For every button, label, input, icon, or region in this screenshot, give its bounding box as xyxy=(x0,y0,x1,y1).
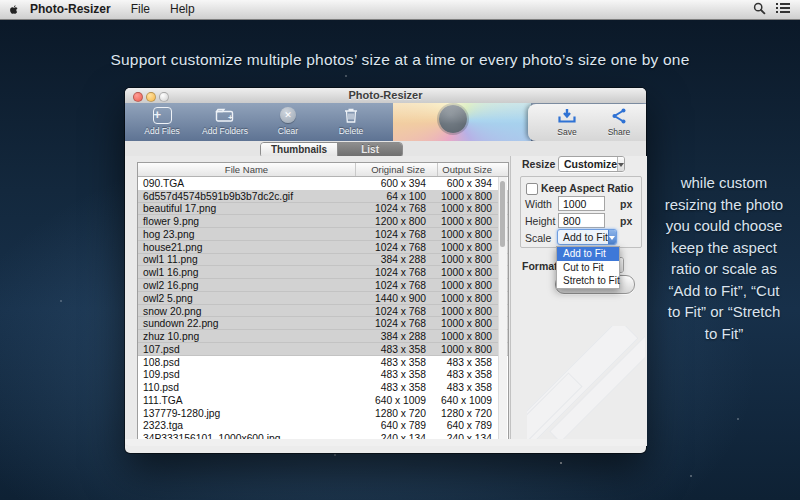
clear-button[interactable]: ✕Clear xyxy=(265,106,311,136)
table-row[interactable]: 108.psd483 x 358483 x 358 xyxy=(138,356,508,369)
table-row[interactable]: 6d557d4574b591b9b3b7dc2c.gif64 x 1001000… xyxy=(138,190,508,203)
scale-option-add-to-fit[interactable]: Add to Fit xyxy=(557,247,619,261)
file-name-cell: 137779-1280.jpg xyxy=(138,408,356,419)
original-size-cell: 1280 x 720 xyxy=(356,408,438,419)
keep-aspect-label: Keep Aspect Ratio xyxy=(541,182,633,194)
table-row[interactable]: owl1 16.png1024 x 7681000 x 800 xyxy=(138,266,508,279)
scrollbar-thumb[interactable] xyxy=(500,181,505,247)
scale-value: Add to Fit xyxy=(558,231,608,243)
table-row[interactable]: house21.png1024 x 7681000 x 800 xyxy=(138,241,508,254)
app-window: Photo-Resizer +Add Files+Add Folders✕Cle… xyxy=(125,88,646,453)
table-row[interactable]: snow 20.png1024 x 7681000 x 800 xyxy=(138,305,508,318)
table-row[interactable]: owl1 11.png384 x 2881000 x 800 xyxy=(138,254,508,267)
format-label: Format xyxy=(522,260,558,272)
scale-popup[interactable]: Add to Fit xyxy=(557,229,617,245)
vertical-scrollbar[interactable] xyxy=(498,177,507,443)
scale-dropdown-menu: Add to FitCut to FitStretch to Fit xyxy=(556,246,620,289)
file-name-cell: 110.psd xyxy=(138,382,356,393)
window-title: Photo-Resizer xyxy=(125,89,646,101)
share-icon xyxy=(609,107,629,125)
height-unit: px xyxy=(620,215,632,227)
original-size-cell: 483 x 358 xyxy=(356,344,438,355)
file-name-cell: 109.psd xyxy=(138,369,356,380)
toolbar-button-label: Add Folders xyxy=(202,126,248,136)
original-size-cell: 1024 x 768 xyxy=(356,318,438,329)
share-button[interactable]: Share xyxy=(596,107,642,137)
apple-menu-icon[interactable] xyxy=(0,3,26,17)
menu-item-file[interactable]: File xyxy=(121,0,160,19)
height-label: Height xyxy=(525,215,555,227)
desktop-background: Photo-ResizerFileHelp Support customize … xyxy=(0,0,800,500)
column-header-original-size[interactable]: Original Size xyxy=(356,163,438,176)
keep-aspect-checkbox[interactable] xyxy=(526,183,538,195)
height-input[interactable] xyxy=(558,213,605,228)
camera-lens-graphic xyxy=(393,103,531,141)
file-name-cell: owl2 5.png xyxy=(138,293,356,304)
notification-center-icon[interactable] xyxy=(776,2,790,17)
file-table: File NameOriginal SizeOutput Size 090.TG… xyxy=(137,162,509,445)
menu-bar: Photo-ResizerFileHelp xyxy=(0,0,800,20)
column-header-file-name[interactable]: File Name xyxy=(138,163,356,176)
add-folders-icon: + xyxy=(215,106,235,124)
table-row[interactable]: 110.psd483 x 358483 x 358 xyxy=(138,381,508,394)
window-bottom-edge xyxy=(125,439,646,446)
table-row[interactable]: 109.psd483 x 358483 x 358 xyxy=(138,368,508,381)
table-row[interactable]: 107.psd483 x 3581000 x 800 xyxy=(138,343,508,356)
delete-icon xyxy=(341,106,361,124)
menu-item-help[interactable]: Help xyxy=(160,0,205,19)
original-size-cell: 483 x 358 xyxy=(356,357,438,368)
file-name-cell: owl1 11.png xyxy=(138,254,356,265)
scale-option-cut-to-fit[interactable]: Cut to Fit xyxy=(557,261,619,275)
add-files-button[interactable]: +Add Files xyxy=(139,106,185,136)
table-row[interactable]: 111.TGA640 x 1009640 x 1009 xyxy=(138,394,508,407)
table-row[interactable]: flower 9.png1200 x 8001000 x 800 xyxy=(138,215,508,228)
resize-mode-popup[interactable]: Customize xyxy=(558,156,625,172)
file-name-cell: 6d557d4574b591b9b3b7dc2c.gif xyxy=(138,191,356,202)
original-size-cell: 64 x 100 xyxy=(356,191,438,202)
original-size-cell: 1024 x 768 xyxy=(356,203,438,214)
file-name-cell: snow 20.png xyxy=(138,306,356,317)
original-size-cell: 1024 x 768 xyxy=(356,280,438,291)
spotlight-search-icon[interactable] xyxy=(753,2,766,18)
original-size-cell: 483 x 358 xyxy=(356,382,438,393)
toolbar-button-label: Clear xyxy=(278,126,298,136)
toolbar: +Add Files+Add Folders✕ClearDelete SaveS… xyxy=(125,103,646,142)
table-row[interactable]: beautiful 17.png1024 x 7681000 x 800 xyxy=(138,203,508,216)
original-size-cell: 1024 x 768 xyxy=(356,267,438,278)
scale-option-stretch-to-fit[interactable]: Stretch to Fit xyxy=(557,274,619,288)
resize-mode-value: Customize xyxy=(559,158,617,170)
column-header-output-size[interactable]: Output Size xyxy=(438,163,508,176)
original-size-cell: 1200 x 800 xyxy=(356,216,438,227)
delete-button[interactable]: Delete xyxy=(328,106,374,136)
table-row[interactable]: sundown 22.png1024 x 7681000 x 800 xyxy=(138,317,508,330)
table-row[interactable]: hog 23.png1024 x 7681000 x 800 xyxy=(138,228,508,241)
popup-arrow-icon xyxy=(617,157,624,171)
file-name-cell: zhuz 10.png xyxy=(138,331,356,342)
tab-thumbnails[interactable]: Thumbnails xyxy=(261,143,337,157)
table-header: File NameOriginal SizeOutput Size xyxy=(138,163,508,177)
file-name-cell: flower 9.png xyxy=(138,216,356,227)
width-label: Width xyxy=(525,198,552,210)
file-name-cell: 090.TGA xyxy=(138,178,356,189)
view-tab-bar: Thumbnails List xyxy=(125,141,646,156)
add-folders-button[interactable]: +Add Folders xyxy=(202,106,248,136)
file-name-cell: owl1 16.png xyxy=(138,267,356,278)
table-row[interactable]: owl2 5.png1440 x 9001000 x 800 xyxy=(138,292,508,305)
svg-text:+: + xyxy=(228,113,233,122)
width-input[interactable] xyxy=(558,196,605,211)
window-titlebar[interactable]: Photo-Resizer xyxy=(125,88,646,104)
tab-list[interactable]: List xyxy=(337,143,402,157)
table-row[interactable]: owl2 16.png1024 x 7681000 x 800 xyxy=(138,279,508,292)
file-name-cell: hog 23.png xyxy=(138,229,356,240)
toolbar-button-label: Share xyxy=(608,127,631,137)
table-row[interactable]: 137779-1280.jpg1280 x 7201280 x 720 xyxy=(138,407,508,420)
scale-label: Scale xyxy=(525,232,551,244)
marketing-text: while custom resizing the photo you coul… xyxy=(648,172,800,344)
table-row[interactable]: 2323.tga640 x 789640 x 789 xyxy=(138,420,508,433)
resize-label: Resize xyxy=(522,158,555,170)
table-row[interactable]: 090.TGA600 x 394600 x 394 xyxy=(138,177,508,190)
menu-item-photo-resizer[interactable]: Photo-Resizer xyxy=(26,0,121,19)
table-row[interactable]: zhuz 10.png384 x 2881000 x 800 xyxy=(138,330,508,343)
save-button[interactable]: Save xyxy=(544,107,590,137)
toolbar-button-label: Add Files xyxy=(144,126,179,136)
